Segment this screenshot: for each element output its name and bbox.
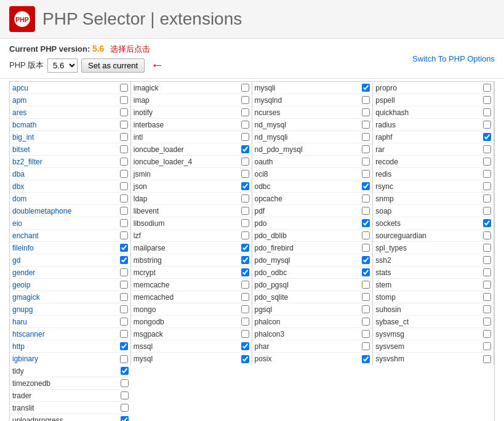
ext-checkbox[interactable] — [120, 231, 128, 239]
ext-checkbox[interactable] — [483, 170, 491, 178]
ext-checkbox[interactable] — [121, 367, 129, 375]
ext-name-label[interactable]: fileinfo — [12, 244, 118, 252]
ext-checkbox[interactable] — [120, 108, 128, 116]
ext-checkbox[interactable] — [120, 84, 128, 92]
ext-checkbox[interactable] — [120, 305, 128, 313]
ext-checkbox[interactable] — [483, 281, 491, 289]
ext-checkbox[interactable] — [362, 145, 370, 153]
ext-name-label[interactable]: bcmath — [12, 121, 118, 129]
ext-name-label[interactable]: gender — [12, 268, 118, 277]
ext-checkbox[interactable] — [362, 244, 370, 252]
ext-name-label[interactable]: htscanner — [12, 330, 118, 339]
ext-checkbox[interactable] — [120, 96, 128, 104]
ext-checkbox[interactable] — [120, 194, 128, 202]
ext-checkbox[interactable] — [241, 268, 249, 276]
ext-checkbox[interactable] — [362, 342, 370, 350]
ext-name-label[interactable]: enchant — [12, 231, 118, 240]
ext-checkbox[interactable] — [241, 96, 249, 104]
ext-checkbox[interactable] — [241, 293, 249, 301]
ext-checkbox[interactable] — [241, 108, 249, 116]
ext-checkbox[interactable] — [362, 256, 370, 264]
ext-checkbox[interactable] — [241, 244, 249, 252]
ext-checkbox[interactable] — [362, 182, 370, 190]
ext-checkbox[interactable] — [483, 158, 491, 166]
ext-name-label[interactable]: http — [12, 342, 118, 351]
ext-checkbox[interactable] — [121, 404, 129, 412]
ext-checkbox[interactable] — [362, 293, 370, 301]
ext-checkbox[interactable] — [362, 96, 370, 104]
ext-checkbox[interactable] — [241, 281, 249, 289]
ext-checkbox[interactable] — [483, 330, 491, 338]
ext-checkbox[interactable] — [120, 207, 128, 215]
ext-checkbox[interactable] — [120, 219, 128, 227]
ext-checkbox[interactable] — [483, 182, 491, 190]
ext-checkbox[interactable] — [483, 84, 491, 92]
ext-checkbox[interactable] — [362, 219, 370, 227]
ext-checkbox[interactable] — [241, 84, 249, 92]
ext-checkbox[interactable] — [483, 268, 491, 276]
ext-checkbox[interactable] — [120, 133, 128, 141]
ext-checkbox[interactable] — [121, 391, 129, 399]
switch-to-php-options-link[interactable]: Switch To PHP Options — [412, 54, 495, 63]
ext-checkbox[interactable] — [362, 108, 370, 116]
ext-checkbox[interactable] — [362, 355, 370, 363]
ext-checkbox[interactable] — [483, 207, 491, 215]
ext-checkbox[interactable] — [483, 219, 491, 227]
ext-checkbox[interactable] — [483, 293, 491, 301]
version-select[interactable]: 5.6 7.0 7.1 7.2 7.3 7.4 — [47, 58, 78, 73]
ext-name-label[interactable]: bz2_filter — [12, 158, 118, 166]
ext-name-label[interactable]: dba — [12, 170, 118, 178]
ext-checkbox[interactable] — [120, 342, 128, 350]
ext-name-label[interactable]: geoip — [12, 281, 118, 289]
ext-checkbox[interactable] — [483, 244, 491, 252]
ext-checkbox[interactable] — [241, 182, 249, 190]
ext-checkbox[interactable] — [120, 170, 128, 178]
ext-checkbox[interactable] — [120, 121, 128, 129]
ext-name-label[interactable]: haru — [12, 318, 118, 326]
ext-checkbox[interactable] — [241, 231, 249, 239]
ext-checkbox[interactable] — [120, 182, 128, 190]
ext-checkbox[interactable] — [241, 342, 249, 350]
ext-name-label[interactable]: dbx — [12, 182, 118, 191]
ext-checkbox[interactable] — [241, 158, 249, 166]
ext-checkbox[interactable] — [120, 355, 128, 363]
ext-checkbox[interactable] — [483, 96, 491, 104]
ext-checkbox[interactable] — [241, 121, 249, 129]
ext-checkbox[interactable] — [120, 158, 128, 166]
ext-checkbox[interactable] — [483, 342, 491, 350]
ext-checkbox[interactable] — [241, 355, 249, 363]
ext-name-label[interactable]: eio — [12, 219, 118, 228]
ext-name-label[interactable]: apcu — [12, 84, 118, 92]
ext-checkbox[interactable] — [362, 268, 370, 276]
ext-checkbox[interactable] — [241, 256, 249, 264]
ext-checkbox[interactable] — [121, 416, 129, 421]
ext-checkbox[interactable] — [362, 207, 370, 215]
ext-name-label[interactable]: igbinary — [12, 355, 118, 363]
ext-checkbox[interactable] — [120, 330, 128, 338]
set-current-button[interactable]: Set as current — [81, 58, 145, 73]
ext-checkbox[interactable] — [483, 231, 491, 239]
ext-checkbox[interactable] — [120, 268, 128, 276]
ext-checkbox[interactable] — [362, 158, 370, 166]
ext-checkbox[interactable] — [483, 194, 491, 202]
ext-checkbox[interactable] — [120, 256, 128, 264]
ext-checkbox[interactable] — [120, 145, 128, 153]
ext-checkbox[interactable] — [483, 121, 491, 129]
ext-checkbox[interactable] — [483, 318, 491, 326]
ext-checkbox[interactable] — [362, 281, 370, 289]
ext-checkbox[interactable] — [241, 318, 249, 326]
ext-name-label[interactable]: big_int — [12, 133, 118, 142]
ext-checkbox[interactable] — [483, 355, 491, 363]
ext-name-label[interactable]: ares — [12, 108, 118, 117]
ext-checkbox[interactable] — [483, 145, 491, 153]
ext-checkbox[interactable] — [241, 330, 249, 338]
ext-checkbox[interactable] — [362, 84, 370, 92]
ext-name-label[interactable]: gnupg — [12, 305, 118, 314]
ext-checkbox[interactable] — [241, 305, 249, 313]
ext-checkbox[interactable] — [241, 194, 249, 202]
ext-name-label[interactable]: dom — [12, 194, 118, 203]
ext-checkbox[interactable] — [241, 207, 249, 215]
ext-checkbox[interactable] — [241, 145, 249, 153]
ext-checkbox[interactable] — [120, 281, 128, 289]
ext-checkbox[interactable] — [362, 231, 370, 239]
